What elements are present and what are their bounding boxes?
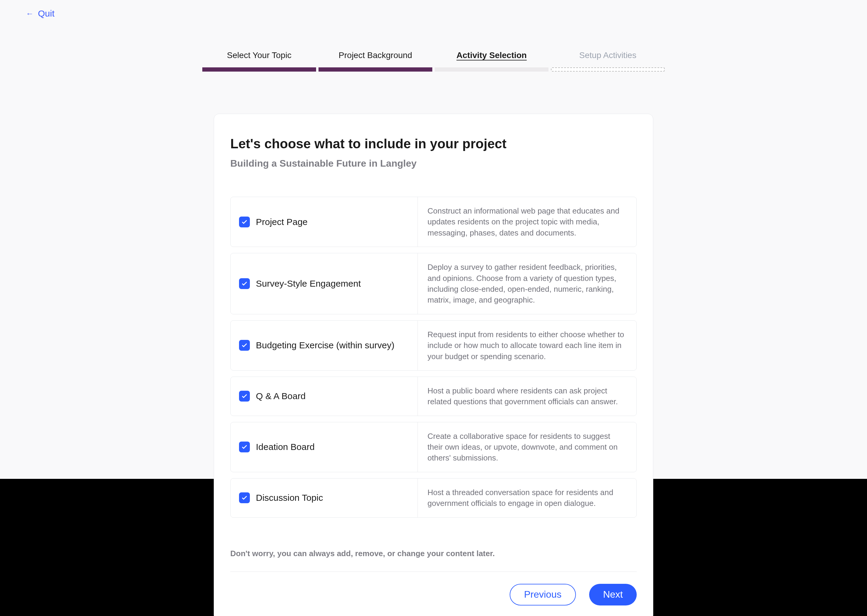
step-label: Project Background — [339, 50, 412, 61]
option-description: Host a public board where residents can … — [427, 385, 627, 407]
option-label: Q & A Board — [256, 391, 306, 401]
checkbox-project-page[interactable] — [239, 217, 250, 227]
option-project-page: Project Page Construct an informational … — [230, 197, 637, 247]
option-label: Budgeting Exercise (within survey) — [256, 340, 394, 350]
step-progress-bar — [551, 68, 665, 72]
checkbox-ideation-board[interactable] — [239, 442, 250, 453]
check-icon — [241, 218, 248, 225]
option-description: Host a threaded conversation space for r… — [427, 487, 627, 509]
card-actions: Previous Next — [230, 584, 637, 605]
step-progress-bar — [202, 68, 316, 72]
step-label: Activity Selection — [456, 50, 527, 61]
checkbox-budgeting-exercise[interactable] — [239, 340, 250, 351]
step-progress-bar — [435, 68, 549, 72]
check-icon — [241, 342, 248, 349]
step-setup-activities: Setup Activities — [551, 50, 665, 72]
check-icon — [241, 495, 248, 501]
next-button[interactable]: Next — [589, 584, 637, 605]
step-select-topic[interactable]: Select Your Topic — [202, 50, 316, 72]
option-label: Survey-Style Engagement — [256, 278, 361, 289]
option-ideation-board: Ideation Board Create a collaborative sp… — [230, 422, 637, 472]
options-list: Project Page Construct an informational … — [230, 197, 637, 518]
check-icon — [241, 280, 248, 287]
checkbox-survey-engagement[interactable] — [239, 278, 250, 289]
quit-label: Quit — [38, 8, 55, 19]
option-description: Deploy a survey to gather resident feedb… — [427, 262, 627, 306]
check-icon — [241, 444, 248, 450]
option-qa-board: Q & A Board Host a public board where re… — [230, 377, 637, 416]
activity-selection-card: Let's choose what to include in your pro… — [214, 114, 653, 616]
option-label: Discussion Topic — [256, 493, 323, 503]
checkbox-discussion-topic[interactable] — [239, 492, 250, 503]
option-discussion-topic: Discussion Topic Host a threaded convers… — [230, 478, 637, 518]
step-progress-bar — [318, 68, 432, 72]
quit-link[interactable]: ← Quit — [26, 8, 55, 19]
step-activity-selection[interactable]: Activity Selection — [435, 50, 549, 72]
previous-button[interactable]: Previous — [510, 584, 576, 605]
option-label: Ideation Board — [256, 442, 315, 452]
option-label: Project Page — [256, 217, 308, 227]
stepper: Select Your Topic Project Background Act… — [0, 0, 867, 72]
page-title: Let's choose what to include in your pro… — [230, 136, 637, 151]
arrow-left-icon: ← — [26, 9, 34, 17]
step-label: Select Your Topic — [227, 50, 292, 61]
option-survey-engagement: Survey-Style Engagement Deploy a survey … — [230, 253, 637, 314]
previous-button-label: Previous — [524, 589, 562, 600]
checkbox-qa-board[interactable] — [239, 391, 250, 402]
project-name-subtitle: Building a Sustainable Future in Langley — [230, 158, 637, 169]
option-description: Create a collaborative space for residen… — [427, 431, 627, 464]
option-budgeting-exercise: Budgeting Exercise (within survey) Reque… — [230, 321, 637, 371]
next-button-label: Next — [603, 589, 623, 600]
step-label: Setup Activities — [579, 50, 637, 61]
check-icon — [241, 393, 248, 399]
option-description: Construct an informational web page that… — [427, 206, 627, 238]
helper-text: Don't worry, you can always add, remove,… — [230, 549, 637, 558]
option-description: Request input from residents to either c… — [427, 329, 627, 362]
step-project-background[interactable]: Project Background — [318, 50, 432, 72]
